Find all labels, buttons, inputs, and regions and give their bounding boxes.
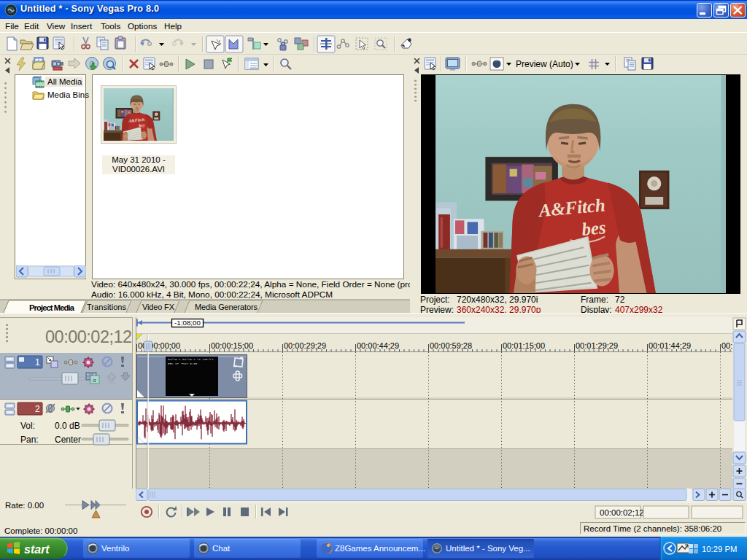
svg-text:1: 1 xyxy=(35,357,40,368)
svg-text:00:00:29;29: 00:00:29;29 xyxy=(284,341,326,350)
svg-text:-1:08;00: -1:08;00 xyxy=(174,319,201,327)
svg-text:start: start xyxy=(24,543,50,556)
svg-text:00:01:29;29: 00:01:29;29 xyxy=(576,341,618,350)
svg-text:00:00:59;28: 00:00:59;28 xyxy=(430,341,472,350)
svg-text:Center: Center xyxy=(55,435,81,445)
svg-text:2: 2 xyxy=(35,404,40,414)
svg-text:00:01:15;00: 00:01:15;00 xyxy=(503,341,545,350)
svg-text:00:00:15;00: 00:00:15;00 xyxy=(211,341,253,350)
svg-text:Vol:: Vol: xyxy=(20,421,35,431)
svg-text:α: α xyxy=(93,377,96,384)
svg-text:Video FX: Video FX xyxy=(142,303,175,311)
svg-text:Ventrilo: Ventrilo xyxy=(101,544,129,553)
svg-text:00:0: 00:0 xyxy=(721,341,733,350)
svg-text:Z8Games Announcem...: Z8Games Announcem... xyxy=(335,544,425,553)
svg-text:Project Media: Project Media xyxy=(29,303,75,312)
svg-text:0.0 dB: 0.0 dB xyxy=(55,421,80,431)
svg-text:Chat: Chat xyxy=(212,544,231,553)
svg-text:00:00:44;29: 00:00:44;29 xyxy=(357,341,399,350)
svg-text:10:29 PM: 10:29 PM xyxy=(702,545,737,553)
svg-text:Media Generators: Media Generators xyxy=(195,303,258,311)
svg-text:Pan:: Pan: xyxy=(20,435,39,445)
svg-text:04/29.1 04/29.1 TC CAP/LT: 04/29.1 04/29.1 TC CAP/LT xyxy=(168,358,214,361)
svg-text:Untitled * - Sony Veg...: Untitled * - Sony Veg... xyxy=(446,544,530,553)
svg-text:~: ~ xyxy=(435,545,438,552)
svg-text:00:01:44;29: 00:01:44;29 xyxy=(649,341,691,350)
svg-text:Preview (Auto): Preview (Auto) xyxy=(516,59,573,69)
svg-text:Transitions: Transitions xyxy=(87,303,127,311)
svg-text:REC SP •POT 0:00: REC SP •POT 0:00 xyxy=(168,362,198,365)
svg-text:00:00:02;12: 00:00:02;12 xyxy=(600,508,644,517)
